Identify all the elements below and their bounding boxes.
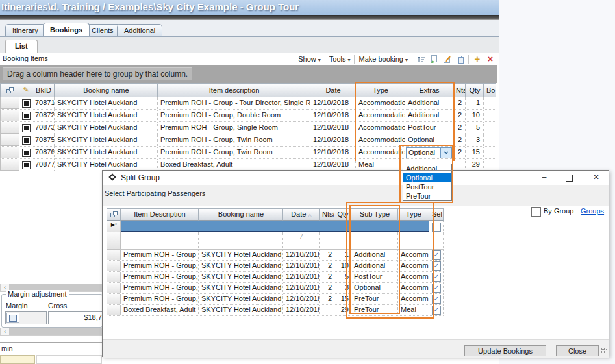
booking-row[interactable]: 70871SKYCITY Hotel AucklandPremium ROH -… bbox=[0, 97, 496, 110]
horizontal-scrollbar-lower[interactable]: ‹ bbox=[0, 328, 102, 336]
row-checkbox[interactable] bbox=[22, 136, 31, 145]
copy-booking-icon[interactable] bbox=[455, 55, 464, 64]
passenger-row[interactable]: Premium ROH - Group, Tw...SKYCITY Hotel … bbox=[107, 294, 444, 305]
close-icon[interactable]: ✕ bbox=[586, 172, 606, 184]
tab-additional[interactable]: Additional bbox=[117, 24, 162, 36]
row-checkbox[interactable] bbox=[19, 159, 32, 171]
select-checkbox[interactable]: ✓ bbox=[432, 284, 441, 293]
select-checkbox[interactable]: ✓ bbox=[432, 273, 441, 282]
row-checkbox[interactable] bbox=[19, 134, 32, 146]
passenger-row[interactable]: Premium ROH - Group - T...SKYCITY Hotel … bbox=[107, 250, 444, 261]
passenger-row[interactable]: Boxed Breakfast, AdultSKYCITY Hotel Auck… bbox=[107, 305, 444, 316]
show-dropdown[interactable]: Show▾ bbox=[298, 55, 321, 63]
tab-list[interactable]: List bbox=[5, 40, 38, 53]
column-header-nts[interactable]: Nts bbox=[453, 83, 466, 97]
row-header-cell[interactable] bbox=[107, 283, 121, 293]
column-header-type[interactable]: Type bbox=[356, 83, 405, 97]
close-button[interactable]: Close bbox=[556, 345, 599, 356]
field-chooser-icon[interactable] bbox=[0, 83, 19, 97]
passenger-row[interactable]: Premium ROH - Group, Tw...SKYCITY Hotel … bbox=[107, 283, 444, 294]
row-header-cell[interactable] bbox=[0, 159, 19, 171]
group-by-bar[interactable]: Drag a column header here to group by th… bbox=[0, 65, 497, 83]
booking-row[interactable]: 70873SKYCITY Hotel AucklandPremium ROH -… bbox=[0, 122, 496, 134]
column-header-extras[interactable]: Extras bbox=[405, 83, 453, 97]
row-header-cell[interactable] bbox=[0, 122, 19, 134]
update-bookings-button[interactable]: Update Bookings bbox=[464, 345, 546, 356]
extras-combobox[interactable]: Optional bbox=[406, 147, 452, 158]
tab-bookings[interactable]: Bookings bbox=[43, 23, 90, 36]
booking-row[interactable]: 70875SKYCITY Hotel AucklandPremium ROH -… bbox=[0, 134, 496, 147]
row-header-cell[interactable] bbox=[107, 232, 121, 249]
row-header-cell[interactable] bbox=[107, 261, 121, 271]
new-booking-icon[interactable] bbox=[429, 55, 438, 64]
column-header-date[interactable]: Date△ bbox=[283, 208, 320, 221]
row-checkbox[interactable] bbox=[22, 124, 31, 132]
row-header-cell[interactable] bbox=[0, 147, 19, 158]
column-header-date[interactable]: Date bbox=[310, 83, 356, 97]
resize-grip[interactable] bbox=[601, 348, 607, 354]
row-checkbox[interactable] bbox=[19, 122, 32, 134]
edit-booking-icon[interactable] bbox=[442, 55, 451, 64]
filter-cell[interactable] bbox=[398, 232, 429, 249]
tools-dropdown[interactable]: Tools▾ bbox=[329, 55, 351, 63]
dropdown-option[interactable]: PreTour bbox=[403, 191, 451, 200]
column-header-item_description[interactable]: Item description bbox=[158, 83, 310, 97]
combo-dropdown-button[interactable] bbox=[440, 148, 451, 158]
margin-input[interactable] bbox=[5, 311, 47, 324]
sort-ascending-icon[interactable] bbox=[416, 55, 425, 64]
row-checkbox[interactable] bbox=[19, 147, 32, 158]
select-checkbox[interactable]: ✓ bbox=[432, 306, 441, 315]
row-checkbox[interactable] bbox=[22, 149, 31, 157]
filter-cell[interactable] bbox=[121, 232, 199, 249]
tab-clients[interactable]: Clients bbox=[84, 24, 121, 36]
dropdown-option[interactable]: Additional bbox=[403, 164, 451, 173]
column-header-bo[interactable]: Bo bbox=[484, 83, 496, 97]
dialog-titlebar[interactable]: Split Group – ✕ bbox=[103, 171, 609, 185]
select-checkbox[interactable] bbox=[432, 223, 441, 232]
row-header-cell[interactable] bbox=[0, 110, 19, 121]
tab-itinerary[interactable]: Itinerary bbox=[5, 24, 45, 36]
column-header-type[interactable]: Type bbox=[398, 208, 429, 221]
column-header-qty[interactable]: Qty bbox=[334, 208, 351, 221]
by-group-checkbox[interactable] bbox=[531, 207, 541, 217]
new-item-row[interactable]: ▶* bbox=[107, 221, 444, 232]
maximize-button[interactable] bbox=[559, 172, 579, 184]
filter-cell[interactable] bbox=[334, 232, 351, 249]
filter-cell[interactable]: / bbox=[283, 232, 320, 249]
column-header-qty[interactable]: Qty bbox=[466, 83, 484, 97]
gross-value-field[interactable]: $18,75 bbox=[48, 311, 108, 324]
field-chooser-icon[interactable] bbox=[107, 208, 121, 221]
delete-icon[interactable]: × bbox=[486, 55, 495, 64]
row-header-cell[interactable] bbox=[0, 97, 19, 109]
select-checkbox[interactable]: ✓ bbox=[432, 261, 441, 271]
row-checkbox[interactable] bbox=[19, 110, 32, 121]
add-icon[interactable]: + bbox=[473, 55, 482, 64]
minimize-button[interactable]: – bbox=[534, 172, 554, 184]
column-header-booking_name[interactable]: Booking name bbox=[199, 208, 283, 221]
filter-cell[interactable] bbox=[199, 232, 283, 249]
select-checkbox[interactable]: ✓ bbox=[432, 250, 441, 260]
row-header-cell[interactable] bbox=[107, 272, 121, 282]
new-item-row-band[interactable] bbox=[121, 221, 429, 232]
column-header-nts[interactable]: Nts/ bbox=[320, 208, 334, 221]
dropdown-option[interactable]: PostTour bbox=[403, 182, 451, 191]
filter-cell[interactable] bbox=[320, 232, 334, 249]
margin-calculator-button[interactable] bbox=[6, 313, 19, 323]
column-header-sub_type[interactable]: Sub Type bbox=[351, 208, 398, 221]
filter-cell[interactable] bbox=[429, 232, 444, 249]
row-header-cell[interactable] bbox=[107, 305, 121, 315]
row-checkbox[interactable] bbox=[19, 97, 32, 109]
row-checkbox[interactable] bbox=[22, 112, 31, 120]
column-header-booking_name[interactable]: Booking name bbox=[55, 83, 158, 97]
column-header-bkid[interactable]: BkID bbox=[32, 83, 55, 97]
filter-cell[interactable] bbox=[351, 232, 398, 249]
scrollbar-thumb[interactable] bbox=[10, 328, 101, 335]
column-header-sel[interactable]: Sel bbox=[429, 208, 444, 221]
row-header-cell[interactable] bbox=[107, 250, 121, 260]
passenger-row[interactable]: Premium ROH - Group, Si..SKYCITY Hotel A… bbox=[107, 272, 444, 283]
booking-row[interactable]: 70872SKYCITY Hotel AucklandPremium ROH -… bbox=[0, 110, 496, 122]
passenger-row[interactable]: Premium ROH - Group, Do..SKYCITY Hotel A… bbox=[107, 261, 444, 272]
groups-link[interactable]: Groups bbox=[581, 207, 604, 215]
row-header-cell[interactable] bbox=[0, 134, 19, 146]
column-header-item_description[interactable]: Item Description bbox=[121, 208, 199, 221]
